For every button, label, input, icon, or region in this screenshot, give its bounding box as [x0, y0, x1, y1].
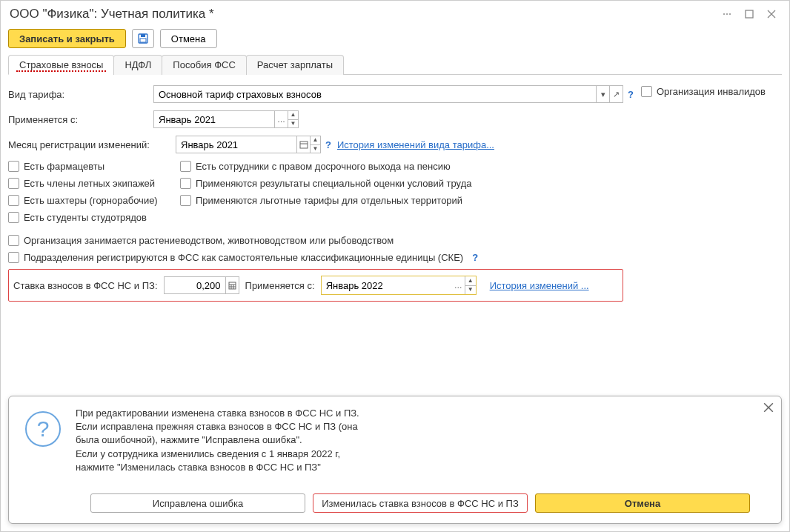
save-close-button[interactable]: Записать и закрыть [8, 29, 126, 48]
save-button[interactable] [132, 29, 154, 48]
floppy-icon [137, 33, 149, 44]
rate-input[interactable] [164, 276, 226, 294]
titlebar: ООО "Физика": Учетная политика * [1, 1, 789, 26]
chk-label: Есть фармацевты [24, 161, 104, 172]
chk-label: Есть сотрудники с правом досрочного выхо… [196, 161, 451, 172]
tabs: Страховые взносы НДФЛ Пособия ФСС Расчет… [8, 54, 782, 75]
dialog-line: Если у сотрудника изменились сведения с … [76, 448, 359, 461]
spinner[interactable]: ▲▼ [465, 276, 476, 294]
svg-point-2 [729, 13, 731, 15]
chk-label: Есть члены летных экипажей [24, 178, 155, 189]
chk-crew[interactable] [8, 178, 19, 189]
svg-rect-9 [300, 142, 308, 148]
applies-from-label: Применяется с: [8, 114, 153, 125]
svg-rect-3 [746, 10, 753, 18]
dialog-line: При редактировании изменена ставка взнос… [76, 407, 359, 420]
chk-territory[interactable] [180, 195, 191, 206]
maximize-icon[interactable] [740, 5, 758, 23]
help-icon[interactable]: ? [472, 252, 478, 263]
svg-point-1 [726, 13, 728, 15]
chk-miners[interactable] [8, 195, 19, 206]
rate-changed-button[interactable]: Изменилась ставка взносов в ФСС НС и ПЗ [313, 493, 528, 513]
history-link-2[interactable]: История изменений ... [490, 280, 589, 291]
org-invalid-label: Организация инвалидов [657, 86, 766, 97]
month-reg-label: Месяц регистрации изменений: [8, 139, 176, 150]
org-invalid-checkbox[interactable] [641, 86, 652, 97]
open-icon[interactable]: ↗ [610, 85, 623, 103]
tab-salary[interactable]: Расчет зарплаты [246, 55, 344, 75]
dialog-text: При редактировании изменена ставка взнос… [76, 407, 359, 474]
spinner[interactable]: ▲▼ [288, 110, 299, 128]
chk-special[interactable] [180, 178, 191, 189]
svg-rect-11 [229, 282, 236, 289]
error-fixed-button[interactable]: Исправлена ошибка [90, 493, 305, 513]
chk-students[interactable] [8, 212, 19, 223]
dialog-line: нажмите "Изменилась ставка взносов в ФСС… [76, 461, 359, 474]
question-icon: ? [25, 411, 61, 447]
rate-label: Ставка взносов в ФСС НС и ПЗ: [13, 280, 158, 291]
spinner[interactable]: ▲▼ [311, 136, 321, 153]
dots-icon[interactable] [718, 5, 736, 23]
tab-ndfl[interactable]: НДФЛ [113, 55, 162, 75]
applies-from-input[interactable] [153, 110, 275, 128]
rate-panel: Ставка взносов в ФСС НС и ПЗ: Применяетс… [8, 269, 623, 302]
chk-label: Применяются результаты специальной оценк… [196, 178, 471, 189]
chk-label: Есть студенты студотрядов [24, 212, 147, 223]
svg-point-0 [723, 13, 725, 15]
chk-agro[interactable] [8, 235, 19, 246]
history-link[interactable]: История изменений вида тарифа... [337, 139, 494, 150]
dialog-line: Если исправлена прежняя ставка взносов в… [76, 420, 359, 433]
rate-from-label: Применяется с: [245, 280, 315, 291]
content: Вид тарифа: ▾ ↗ ? Организация инвалидов … [1, 75, 789, 391]
chk-label: Применяются льготные тарифы для отдельны… [196, 195, 462, 206]
chk-pension[interactable] [180, 161, 191, 172]
dialog-close-icon[interactable] [763, 402, 774, 416]
window-title: ООО "Физика": Учетная политика * [10, 7, 714, 21]
toolbar: Записать и закрыть Отмена [1, 26, 789, 54]
tab-insurance[interactable]: Страховые взносы [8, 55, 114, 75]
chk-label: Подразделения регистрируются в ФСС как с… [24, 252, 463, 263]
rate-from-input[interactable] [322, 276, 452, 294]
help-icon[interactable]: ? [628, 89, 634, 100]
cancel-button[interactable]: Отмена [160, 29, 217, 48]
tariff-input[interactable] [153, 85, 597, 103]
svg-rect-8 [140, 39, 146, 42]
ellipsis-icon[interactable]: … [452, 276, 465, 294]
calendar-icon[interactable] [297, 136, 311, 153]
tab-label: Страховые взносы [19, 59, 103, 70]
svg-rect-7 [141, 34, 145, 37]
month-reg-input[interactable] [176, 136, 297, 153]
dialog: ? При редактировании изменена ставка взн… [8, 396, 782, 524]
help-icon[interactable]: ? [325, 139, 331, 150]
ellipsis-icon[interactable]: … [275, 110, 288, 128]
tab-underline [16, 70, 106, 72]
calc-icon[interactable] [226, 276, 239, 294]
dialog-cancel-button[interactable]: Отмена [535, 493, 750, 513]
chk-pharma[interactable] [8, 161, 19, 172]
chk-label: Организация занимается растениеводством,… [24, 235, 394, 246]
dialog-line: была ошибочной), нажмите "Исправлена оши… [76, 433, 359, 447]
dropdown-icon[interactable]: ▾ [597, 85, 610, 103]
chk-ske[interactable] [8, 252, 19, 263]
chk-label: Есть шахтеры (горнорабочие) [24, 195, 158, 206]
close-icon[interactable] [763, 5, 780, 23]
tariff-label: Вид тарифа: [8, 89, 153, 100]
tab-benefits[interactable]: Пособия ФСС [162, 55, 246, 75]
